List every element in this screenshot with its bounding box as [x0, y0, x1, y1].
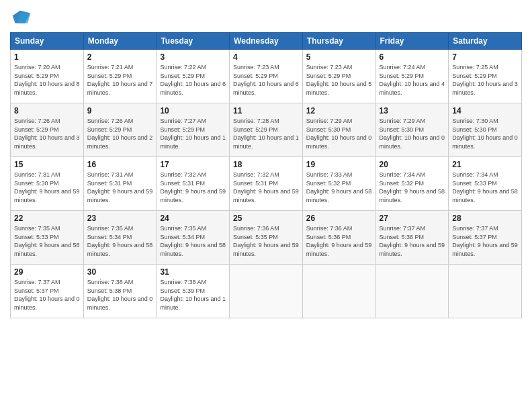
day-number: 30: [87, 267, 153, 277]
day-header-thursday: Thursday: [302, 33, 375, 50]
calendar-cell: 30 Sunrise: 7:38 AM Sunset: 5:38 PM Dayl…: [83, 265, 157, 318]
day-header-friday: Friday: [375, 33, 449, 50]
calendar-cell: 5 Sunrise: 7:23 AM Sunset: 5:29 PM Dayli…: [302, 50, 375, 103]
cell-content: Sunrise: 7:30 AM Sunset: 5:30 PM Dayligh…: [452, 117, 518, 150]
cell-content: Sunrise: 7:29 AM Sunset: 5:30 PM Dayligh…: [306, 117, 372, 150]
cell-content: Sunrise: 7:35 AM Sunset: 5:33 PM Dayligh…: [14, 224, 80, 258]
day-number: 23: [87, 214, 153, 223]
day-number: 27: [380, 214, 445, 223]
cell-content: Sunrise: 7:21 AM Sunset: 5:29 PM Dayligh…: [87, 63, 153, 97]
day-number: 1: [14, 52, 80, 62]
day-number: 18: [233, 160, 299, 169]
calendar-cell: 8 Sunrise: 7:26 AM Sunset: 5:29 PM Dayli…: [11, 103, 84, 157]
cell-content: Sunrise: 7:22 AM Sunset: 5:29 PM Dayligh…: [160, 63, 226, 97]
calendar-cell: 10 Sunrise: 7:27 AM Sunset: 5:29 PM Dayl…: [157, 103, 230, 157]
day-header-saturday: Saturday: [449, 33, 522, 50]
calendar-cell: 14 Sunrise: 7:30 AM Sunset: 5:30 PM Dayl…: [449, 103, 522, 157]
cell-content: Sunrise: 7:35 AM Sunset: 5:34 PM Dayligh…: [160, 224, 226, 258]
cell-content: Sunrise: 7:38 AM Sunset: 5:39 PM Dayligh…: [160, 278, 226, 312]
calendar-cell: 22 Sunrise: 7:35 AM Sunset: 5:33 PM Dayl…: [11, 211, 84, 265]
calendar-cell: 13 Sunrise: 7:29 AM Sunset: 5:30 PM Dayl…: [375, 103, 449, 157]
day-header-tuesday: Tuesday: [157, 33, 230, 50]
day-number: 22: [14, 214, 80, 223]
cell-content: Sunrise: 7:29 AM Sunset: 5:30 PM Dayligh…: [380, 117, 445, 150]
calendar-week-row: 15 Sunrise: 7:31 AM Sunset: 5:30 PM Dayl…: [11, 157, 522, 211]
cell-content: Sunrise: 7:31 AM Sunset: 5:31 PM Dayligh…: [87, 171, 153, 204]
calendar-week-row: 8 Sunrise: 7:26 AM Sunset: 5:29 PM Dayli…: [11, 103, 522, 157]
calendar-cell: 21 Sunrise: 7:34 AM Sunset: 5:33 PM Dayl…: [449, 157, 522, 211]
day-number: 8: [14, 106, 80, 116]
day-number: 6: [380, 52, 445, 62]
cell-content: Sunrise: 7:37 AM Sunset: 5:37 PM Dayligh…: [14, 278, 80, 312]
calendar-week-row: 29 Sunrise: 7:37 AM Sunset: 5:37 PM Dayl…: [11, 265, 522, 318]
day-number: 28: [452, 214, 518, 223]
cell-content: Sunrise: 7:37 AM Sunset: 5:36 PM Dayligh…: [380, 224, 445, 258]
day-number: 24: [160, 214, 226, 223]
day-number: 3: [160, 52, 226, 62]
calendar-cell: 23 Sunrise: 7:35 AM Sunset: 5:34 PM Dayl…: [83, 211, 157, 265]
calendar-cell: [449, 265, 522, 318]
calendar-cell: 2 Sunrise: 7:21 AM Sunset: 5:29 PM Dayli…: [83, 50, 157, 103]
cell-content: Sunrise: 7:23 AM Sunset: 5:29 PM Dayligh…: [233, 63, 299, 97]
day-number: 15: [14, 160, 80, 169]
calendar-cell: 18 Sunrise: 7:32 AM Sunset: 5:31 PM Dayl…: [230, 157, 303, 211]
cell-content: Sunrise: 7:33 AM Sunset: 5:32 PM Dayligh…: [306, 171, 372, 204]
day-number: 17: [160, 160, 226, 169]
day-number: 25: [233, 214, 299, 223]
calendar-cell: 3 Sunrise: 7:22 AM Sunset: 5:29 PM Dayli…: [157, 50, 230, 103]
calendar-cell: 25 Sunrise: 7:36 AM Sunset: 5:35 PM Dayl…: [230, 211, 303, 265]
cell-content: Sunrise: 7:31 AM Sunset: 5:30 PM Dayligh…: [14, 171, 80, 204]
day-number: 9: [87, 106, 153, 116]
day-number: 2: [87, 52, 153, 62]
cell-content: Sunrise: 7:32 AM Sunset: 5:31 PM Dayligh…: [160, 171, 226, 204]
calendar-cell: 17 Sunrise: 7:32 AM Sunset: 5:31 PM Dayl…: [157, 157, 230, 211]
calendar-cell: 16 Sunrise: 7:31 AM Sunset: 5:31 PM Dayl…: [83, 157, 157, 211]
logo: [10, 7, 33, 27]
calendar-cell: 9 Sunrise: 7:26 AM Sunset: 5:29 PM Dayli…: [83, 103, 157, 157]
cell-content: Sunrise: 7:34 AM Sunset: 5:33 PM Dayligh…: [452, 171, 518, 204]
logo-icon: [10, 7, 30, 27]
day-number: 29: [14, 267, 80, 277]
calendar-cell: 6 Sunrise: 7:24 AM Sunset: 5:29 PM Dayli…: [375, 50, 449, 103]
cell-content: Sunrise: 7:35 AM Sunset: 5:34 PM Dayligh…: [87, 224, 153, 258]
calendar-week-row: 1 Sunrise: 7:20 AM Sunset: 5:29 PM Dayli…: [11, 50, 522, 103]
day-number: 12: [306, 106, 372, 116]
calendar-table: SundayMondayTuesdayWednesdayThursdayFrid…: [10, 32, 522, 318]
cell-content: Sunrise: 7:26 AM Sunset: 5:29 PM Dayligh…: [14, 117, 80, 150]
day-number: 5: [306, 52, 372, 62]
page-header: [10, 7, 522, 27]
day-number: 7: [452, 52, 518, 62]
day-number: 14: [452, 106, 518, 116]
calendar-cell: [302, 265, 375, 318]
day-number: 16: [87, 160, 153, 169]
cell-content: Sunrise: 7:26 AM Sunset: 5:29 PM Dayligh…: [87, 117, 153, 150]
calendar-cell: 31 Sunrise: 7:38 AM Sunset: 5:39 PM Dayl…: [157, 265, 230, 318]
calendar-cell: 19 Sunrise: 7:33 AM Sunset: 5:32 PM Dayl…: [302, 157, 375, 211]
calendar-cell: 24 Sunrise: 7:35 AM Sunset: 5:34 PM Dayl…: [157, 211, 230, 265]
calendar-header-row: SundayMondayTuesdayWednesdayThursdayFrid…: [11, 33, 522, 50]
calendar-cell: 11 Sunrise: 7:28 AM Sunset: 5:29 PM Dayl…: [230, 103, 303, 157]
day-number: 20: [380, 160, 445, 169]
day-number: 19: [306, 160, 372, 169]
cell-content: Sunrise: 7:24 AM Sunset: 5:29 PM Dayligh…: [380, 63, 445, 97]
cell-content: Sunrise: 7:37 AM Sunset: 5:37 PM Dayligh…: [452, 224, 518, 258]
calendar-cell: 1 Sunrise: 7:20 AM Sunset: 5:29 PM Dayli…: [11, 50, 84, 103]
calendar-cell: [230, 265, 303, 318]
cell-content: Sunrise: 7:38 AM Sunset: 5:38 PM Dayligh…: [87, 278, 153, 312]
day-number: 13: [380, 106, 445, 116]
cell-content: Sunrise: 7:27 AM Sunset: 5:29 PM Dayligh…: [160, 117, 226, 150]
calendar-cell: 7 Sunrise: 7:25 AM Sunset: 5:29 PM Dayli…: [449, 50, 522, 103]
day-number: 31: [160, 267, 226, 277]
cell-content: Sunrise: 7:36 AM Sunset: 5:35 PM Dayligh…: [233, 224, 299, 258]
calendar-cell: 15 Sunrise: 7:31 AM Sunset: 5:30 PM Dayl…: [11, 157, 84, 211]
day-number: 11: [233, 106, 299, 116]
calendar-cell: 27 Sunrise: 7:37 AM Sunset: 5:36 PM Dayl…: [375, 211, 449, 265]
cell-content: Sunrise: 7:25 AM Sunset: 5:29 PM Dayligh…: [452, 63, 518, 97]
cell-content: Sunrise: 7:32 AM Sunset: 5:31 PM Dayligh…: [233, 171, 299, 204]
day-number: 10: [160, 106, 226, 116]
calendar-cell: [375, 265, 449, 318]
cell-content: Sunrise: 7:23 AM Sunset: 5:29 PM Dayligh…: [306, 63, 372, 97]
cell-content: Sunrise: 7:28 AM Sunset: 5:29 PM Dayligh…: [233, 117, 299, 150]
day-number: 4: [233, 52, 299, 62]
calendar-week-row: 22 Sunrise: 7:35 AM Sunset: 5:33 PM Dayl…: [11, 211, 522, 265]
